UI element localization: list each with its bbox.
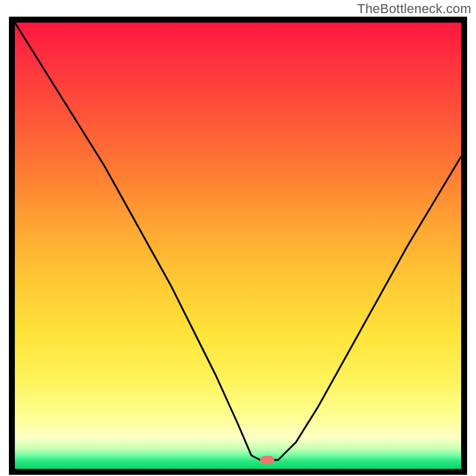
watermark-text: TheBottleneck.com	[357, 1, 471, 17]
plot-frame	[9, 17, 467, 475]
bottleneck-curve	[15, 23, 461, 469]
chart-container: TheBottleneck.com	[0, 0, 476, 476]
curve-path	[15, 23, 461, 460]
minimum-marker	[260, 456, 274, 464]
